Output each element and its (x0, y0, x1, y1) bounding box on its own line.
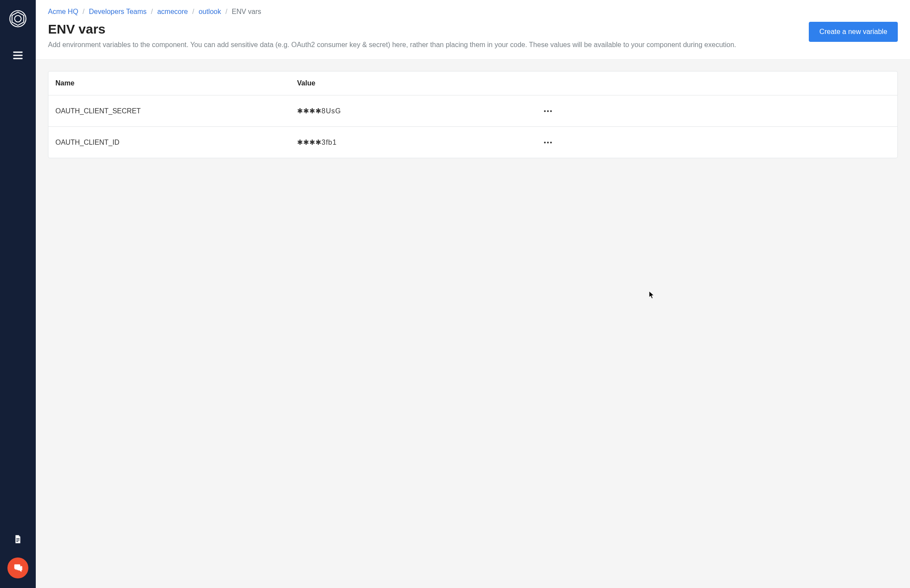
breadcrumb-link-0[interactable]: Acme HQ (48, 8, 78, 16)
breadcrumb-separator: / (151, 8, 153, 16)
document-icon[interactable] (0, 529, 36, 550)
breadcrumb-link-1[interactable]: Developers Teams (89, 8, 147, 16)
env-var-name: OAUTH_CLIENT_ID (55, 139, 297, 146)
svg-rect-7 (16, 540, 19, 540)
main-content: Acme HQ / Developers Teams / acmecore / … (36, 0, 910, 588)
svg-rect-5 (13, 58, 23, 59)
svg-rect-6 (16, 538, 19, 539)
env-vars-table: Name Value OAUTH_CLIENT_SECRET ✱✱✱✱8UsG … (48, 71, 898, 158)
breadcrumb-link-2[interactable]: acmecore (157, 8, 188, 16)
table-row: OAUTH_CLIENT_SECRET ✱✱✱✱8UsG (48, 95, 897, 127)
svg-point-2 (14, 15, 21, 22)
env-var-name: OAUTH_CLIENT_SECRET (55, 107, 297, 115)
page-header: Acme HQ / Developers Teams / acmecore / … (36, 0, 910, 60)
menu-icon[interactable] (0, 45, 36, 65)
row-actions-icon[interactable] (541, 107, 554, 115)
chat-icon[interactable] (7, 557, 28, 578)
svg-point-9 (544, 110, 546, 112)
env-var-value: ✱✱✱✱8UsG (297, 107, 541, 115)
table-header-name: Name (55, 79, 297, 87)
create-variable-button[interactable]: Create a new variable (809, 22, 898, 42)
svg-marker-1 (12, 12, 24, 25)
breadcrumb-separator: / (82, 8, 84, 16)
table-header-value: Value (297, 79, 541, 87)
page-title: ENV vars (48, 22, 798, 37)
svg-point-14 (550, 142, 552, 143)
table-header-row: Name Value (48, 71, 897, 95)
table-row: OAUTH_CLIENT_ID ✱✱✱✱3fb1 (48, 127, 897, 158)
env-var-value: ✱✱✱✱3fb1 (297, 138, 541, 146)
breadcrumb-separator: / (226, 8, 227, 16)
app-logo[interactable] (9, 10, 27, 28)
page-description: Add environment variables to the compone… (48, 40, 798, 50)
breadcrumb-separator: / (192, 8, 194, 16)
svg-point-12 (544, 142, 546, 143)
breadcrumb: Acme HQ / Developers Teams / acmecore / … (48, 8, 898, 16)
svg-point-11 (550, 110, 552, 112)
breadcrumb-link-3[interactable]: outlook (198, 8, 221, 16)
sidebar (0, 0, 36, 588)
breadcrumb-current: ENV vars (232, 8, 261, 16)
svg-point-10 (547, 110, 549, 112)
svg-rect-8 (16, 541, 18, 542)
svg-rect-3 (13, 51, 23, 53)
row-actions-icon[interactable] (541, 139, 554, 146)
svg-point-13 (547, 142, 549, 143)
svg-rect-4 (13, 55, 23, 56)
